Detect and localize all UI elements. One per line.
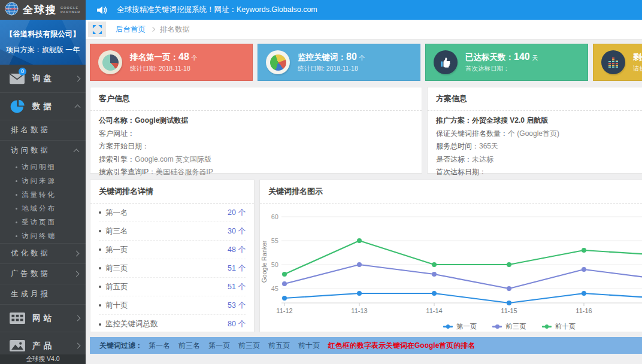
info-row: 公司名称：Google测试数据 [99,114,413,128]
logo-title: 全球搜 [23,3,57,17]
data-point[interactable] [582,267,586,272]
legend-item-前三页[interactable]: 前三页 [492,322,526,331]
sidebar-item-label: 受访页面 [22,218,56,227]
filter-link-第一页[interactable]: 第一页 [208,341,230,350]
equalizer-icon [601,50,625,74]
plan-info-body: 推广方案：外贸全球搜 V2.0 启航版保证关键词排名数量：个 (Google首页… [428,111,642,183]
rank-count-link[interactable]: 80 个 [228,319,246,329]
sidebar-item-优化数据[interactable]: 优化数据 [0,243,86,263]
data-point[interactable] [507,262,511,267]
rank-count-link[interactable]: 51 个 [228,263,246,274]
data-point[interactable] [282,281,287,286]
data-point[interactable] [282,272,287,277]
sidebar: GLOBAL 全球搜 GOOGLE PARTNER 【谷道科技有限公司】 项目方… [0,0,86,364]
svg-text:11-16: 11-16 [576,307,592,314]
filter-link-第一名[interactable]: 第一名 [149,341,170,350]
info-label: 搜索引擎查询IP： [99,167,156,177]
sidebar-item-label: 生成月报 [11,289,50,299]
version-bar: 全球搜 V4.0 [0,354,86,364]
sidebar-item-受访页面[interactable]: 受访页面 [0,216,86,229]
sidebar-item-label: 网站 [32,313,54,324]
sidebar-item-产品[interactable]: 产品 [0,332,86,354]
info-label: 客户网址： [99,129,135,139]
legend-label: 前三页 [505,322,526,331]
rank-count-link[interactable]: 53 个 [228,301,246,311]
sidebar-item-访问来源[interactable]: 访问来源 [0,174,86,188]
data-point[interactable] [282,296,287,301]
data-point[interactable] [432,291,437,296]
chevron-right-icon [75,343,81,349]
chevron-right-icon [75,316,81,321]
sidebar-item-流量转化[interactable]: 流量转化 [0,188,86,202]
info-value: 美国硅谷服务器IP [156,167,213,177]
sidebar-item-网站[interactable]: 网站 [0,304,86,332]
data-point[interactable] [507,301,511,305]
filter-link-前三名[interactable]: 前三名 [178,341,200,350]
rank-count-link[interactable]: 48 个 [228,245,246,255]
sidebar-item-label: 优化数据 [11,248,50,259]
stat-label: 已达标天数： [465,53,514,62]
data-point[interactable] [432,262,437,267]
speaker-icon [96,5,108,15]
legend-item-前十页[interactable]: 前十页 [542,322,576,331]
filter-link-前十页[interactable]: 前十页 [298,341,320,350]
sidebar-item-数据[interactable]: 数据 [0,92,86,120]
rank-count-link[interactable]: 51 个 [228,282,246,292]
sidebar-item-询盘[interactable]: 0询盘 [0,65,86,92]
stat-title: 剩余天数： [633,51,642,63]
image-icon [7,339,28,353]
company-name: 【谷道科技有限公司】 [5,29,80,40]
expand-icon[interactable] [88,22,106,37]
stat-card[interactable]: 排名第一页：48 个统计日期: 2018-11-18 [90,44,253,81]
data-point[interactable] [357,291,362,296]
stat-label: 剩余天数： [633,53,642,62]
rank-detail-row: 监控关键词总数80 个 [99,315,246,333]
filter-link-前五页[interactable]: 前五页 [268,341,290,350]
breadcrumb-home-link[interactable]: 后台首页 [116,25,146,35]
info-row: 是否达标：未达标 [436,153,642,166]
chevron-right-icon [74,271,80,277]
stat-card[interactable]: 监控关键词：80 个统计日期: 2018-11-18 [258,44,420,81]
info-row: 首次达标日期： [436,166,642,179]
data-point[interactable] [432,272,437,277]
stat-subtitle: 统计日期: 2018-11-18 [130,65,198,73]
rank-details-title: 关键词排名详情 [90,180,254,204]
sidebar-item-访问数据[interactable]: 访问数据 [0,140,86,160]
info-value: Google测试数据 [135,116,188,126]
filter-link-前三页[interactable]: 前三页 [238,341,260,350]
stat-card[interactable]: 剩余天数： 请提前续费 [593,44,642,81]
info-label: 保证关键词排名数量： [436,129,508,139]
envelope-icon: 0 [7,72,28,86]
rank-detail-row: 第一页48 个 [99,241,246,259]
sidebar-item-广告数据[interactable]: 广告数据 [0,263,86,284]
legend-label: 前十页 [555,322,576,331]
rank-count-link[interactable]: 20 个 [228,208,246,218]
data-point[interactable] [582,248,586,253]
data-point[interactable] [357,262,362,267]
sidebar-item-访问明细[interactable]: 访问明细 [0,160,86,174]
rank-label: 第一页 [105,245,128,255]
stat-card[interactable]: 已达标天数：140 天首次达标日期： [425,44,588,81]
data-point[interactable] [582,291,586,296]
sidebar-item-排名数据[interactable]: 排名数据 [0,120,86,140]
legend-label: 第一页 [456,322,477,331]
sidebar-item-地域分布[interactable]: 地域分布 [0,202,86,216]
legend-item-第一页[interactable]: 第一页 [443,322,477,331]
plan-info-title: 方案信息 [428,87,642,111]
legend-dot-icon [495,324,499,329]
sidebar-item-生成月报[interactable]: 生成月报 [0,284,86,304]
grid-icon [7,311,28,325]
rank-row: 关键词排名详情 第一名20 个前三名30 个第一页48 个前三页51 个前五页5… [90,180,642,332]
info-value: 个 (Google首页) [508,129,559,139]
data-point[interactable] [357,238,362,243]
unread-badge: 0 [19,68,26,75]
rank-label: 监控关键词总数 [105,319,158,329]
sidebar-item-访问终端[interactable]: 访问终端 [0,229,86,243]
app-logo[interactable]: GLOBAL 全球搜 GOOGLE PARTNER [0,0,86,20]
rank-count-link[interactable]: 30 个 [228,226,246,236]
stat-text: 排名第一页：48 个统计日期: 2018-11-18 [130,51,198,73]
rank-detail-row: 前十页53 个 [99,296,246,315]
rank-line-chart-svg: 4550556011-1211-1311-1411-1511-1611-17Go… [260,206,642,318]
data-point[interactable] [507,286,511,291]
legend-marker-icon [492,326,502,327]
